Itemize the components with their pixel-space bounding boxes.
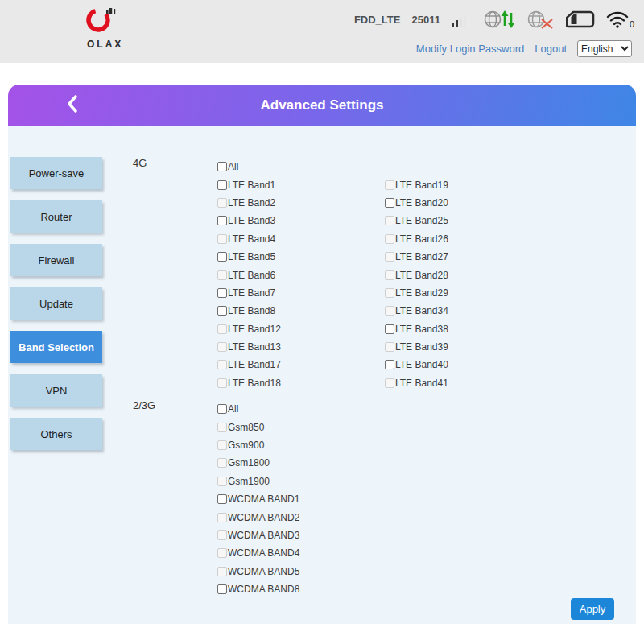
checkbox-unchecked[interactable]	[385, 198, 394, 208]
modify-password-link[interactable]: Modify Login Password	[416, 43, 524, 55]
sidebar-item-others[interactable]: Others	[10, 418, 102, 450]
band-checkbox-row[interactable]: Gsm900	[217, 436, 385, 454]
band-checkbox-row[interactable]: LTE Band40	[385, 356, 552, 374]
chevron-left-icon	[66, 94, 79, 117]
band-checkbox-row[interactable]: All	[217, 400, 385, 418]
sidebar-item-firewall[interactable]: Firewall	[10, 244, 102, 276]
band-checkbox-row[interactable]: LTE Band28	[385, 266, 552, 283]
checkbox-unchecked[interactable]	[217, 162, 227, 171]
checkbox-unchecked[interactable]	[385, 234, 394, 244]
band-checkbox-row[interactable]: LTE Band12	[217, 320, 385, 338]
band-checkbox-row[interactable]: LTE Band7	[217, 284, 385, 302]
sidebar-item-update[interactable]: Update	[10, 287, 102, 320]
band-checkbox-row[interactable]: LTE Band17	[217, 356, 385, 374]
checkbox-unchecked[interactable]	[385, 306, 394, 316]
band-label: LTE Band25	[395, 215, 448, 226]
checkbox-unchecked[interactable]	[385, 288, 394, 298]
checkbox-unchecked[interactable]	[385, 324, 394, 334]
band-checkbox-row[interactable]: LTE Band8	[217, 302, 385, 320]
checkbox-unchecked[interactable]	[217, 198, 227, 208]
network-code-label: 25011	[411, 14, 440, 26]
checkbox-unchecked[interactable]	[217, 567, 227, 576]
apply-button[interactable]: Apply	[571, 598, 614, 620]
band-label: LTE Band17	[228, 359, 281, 370]
wifi-client-count: 0	[630, 20, 634, 28]
band-checkbox-row[interactable]: LTE Band3	[217, 212, 385, 229]
checkbox-unchecked[interactable]	[217, 494, 227, 504]
checkbox-unchecked[interactable]	[217, 342, 227, 352]
band-checkbox-row[interactable]: LTE Band18	[217, 374, 385, 392]
checkbox-unchecked[interactable]	[217, 530, 227, 540]
band-checkbox-row[interactable]: LTE Band2	[217, 194, 385, 212]
checkbox-unchecked[interactable]	[385, 360, 394, 369]
band-checkbox-row[interactable]: LTE Band25	[385, 212, 552, 229]
checkbox-unchecked[interactable]	[217, 477, 227, 486]
band-checkbox-row[interactable]: LTE Band19	[385, 175, 552, 193]
back-button[interactable]	[66, 95, 82, 116]
sidebar-item-router[interactable]: Router	[10, 200, 102, 233]
band-checkbox-row[interactable]: Gsm850	[217, 418, 385, 436]
band-checkbox-row[interactable]: LTE Band1	[217, 175, 385, 193]
checkbox-unchecked[interactable]	[217, 180, 227, 190]
band-label: Gsm850	[228, 422, 264, 433]
checkbox-unchecked[interactable]	[385, 342, 394, 352]
content-area: Power-saveRouterFirewallUpdateBand Selec…	[8, 126, 636, 624]
status-indicators: FDD_LTE 25011	[354, 8, 634, 31]
checkbox-unchecked[interactable]	[217, 584, 227, 594]
band-checkbox-row[interactable]: LTE Band41	[385, 374, 552, 392]
checkbox-unchecked[interactable]	[385, 180, 394, 190]
band-checkbox-row[interactable]: LTE Band26	[385, 230, 552, 248]
band-checkbox-row[interactable]: Gsm1900	[217, 473, 385, 490]
band-checkbox-row[interactable]: LTE Band13	[217, 338, 385, 356]
checkbox-unchecked[interactable]	[217, 423, 227, 432]
checkbox-unchecked[interactable]	[217, 360, 227, 369]
band-checkbox-row[interactable]: WCDMA BAND1	[217, 490, 385, 508]
checkbox-unchecked[interactable]	[217, 513, 227, 522]
band-checkbox-row[interactable]: LTE Band6	[217, 266, 385, 283]
checkbox-unchecked[interactable]	[217, 234, 227, 244]
checkbox-unchecked[interactable]	[217, 404, 227, 414]
checkbox-unchecked[interactable]	[217, 216, 227, 225]
band-checkbox-row[interactable]: WCDMA BAND4	[217, 544, 385, 562]
checkbox-unchecked[interactable]	[385, 378, 394, 388]
sidebar-item-vpn[interactable]: VPN	[10, 374, 102, 407]
band-checkbox-row[interactable]: LTE Band34	[385, 302, 552, 320]
band-checkbox-row[interactable]: LTE Band29	[385, 284, 552, 302]
checkbox-unchecked[interactable]	[217, 440, 227, 450]
sidebar-item-band-selection[interactable]: Band Selection	[10, 331, 102, 363]
band-label: LTE Band28	[395, 270, 448, 281]
checkbox-unchecked[interactable]	[217, 270, 227, 280]
band-label: LTE Band3	[228, 215, 275, 226]
checkbox-unchecked[interactable]	[217, 378, 227, 388]
logout-link[interactable]: Logout	[535, 43, 567, 55]
band-checkbox-row[interactable]: LTE Band5	[217, 248, 385, 266]
checkbox-unchecked[interactable]	[217, 252, 227, 262]
band-label: LTE Band26	[395, 233, 448, 245]
band-checkbox-row[interactable]: LTE Band4	[217, 230, 385, 248]
band-checkbox-row[interactable]: LTE Band20	[385, 194, 552, 212]
checkbox-unchecked[interactable]	[217, 306, 227, 316]
section-label: 2/3G	[133, 400, 217, 411]
band-checkbox-row[interactable]: WCDMA BAND5	[217, 563, 385, 580]
account-links: Modify Login Password Logout English	[416, 40, 632, 57]
checkbox-unchecked[interactable]	[385, 216, 394, 225]
checkbox-unchecked[interactable]	[385, 270, 394, 280]
signal-bars-icon	[452, 12, 473, 27]
band-checkbox-row[interactable]: All	[217, 158, 385, 175]
band-checkbox-row[interactable]: WCDMA BAND2	[217, 508, 385, 526]
band-label: LTE Band29	[395, 287, 448, 299]
language-select[interactable]: English	[577, 40, 632, 57]
checkbox-unchecked[interactable]	[217, 458, 227, 468]
band-checkbox-row[interactable]: WCDMA BAND8	[217, 580, 385, 598]
checkbox-unchecked[interactable]	[217, 324, 227, 334]
checkbox-unchecked[interactable]	[217, 548, 227, 558]
band-checkbox-row[interactable]: LTE Band27	[385, 248, 552, 266]
checkbox-unchecked[interactable]	[217, 288, 227, 298]
checkbox-unchecked[interactable]	[385, 252, 394, 262]
band-checkbox-row[interactable]: LTE Band39	[385, 338, 552, 356]
band-checkbox-row[interactable]: LTE Band38	[385, 320, 552, 338]
band-label: LTE Band27	[395, 251, 448, 262]
band-checkbox-row[interactable]: WCDMA BAND3	[217, 526, 385, 544]
band-checkbox-row[interactable]: Gsm1800	[217, 454, 385, 472]
sidebar-item-power-save[interactable]: Power-save	[10, 157, 102, 189]
